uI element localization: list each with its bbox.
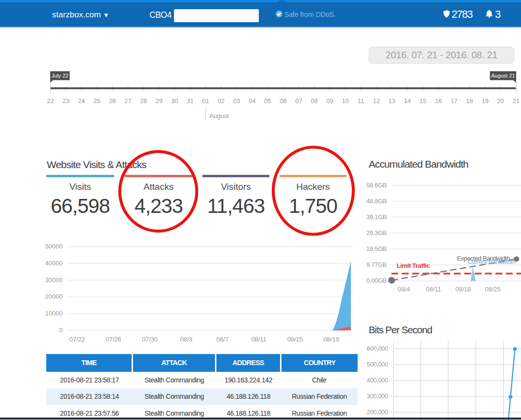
svg-text:24: 24 xyxy=(78,97,85,105)
svg-text:Expected Bandwidth: Expected Bandwidth xyxy=(457,255,510,262)
svg-text:August 21: August 21 xyxy=(491,73,515,79)
svg-text:01: 01 xyxy=(202,97,209,105)
svg-text:16: 16 xyxy=(435,97,442,105)
svg-text:31: 31 xyxy=(187,97,193,105)
svg-text:11: 11 xyxy=(358,97,364,105)
svg-text:27: 27 xyxy=(124,97,131,105)
svg-text:30: 30 xyxy=(171,97,178,105)
svg-text:07/26: 07/26 xyxy=(106,336,121,343)
svg-text:30000: 30000 xyxy=(45,276,63,284)
svg-text:400,000: 400,000 xyxy=(367,377,388,384)
svg-text:07: 07 xyxy=(295,97,302,105)
svg-text:06: 06 xyxy=(280,97,286,105)
svg-text:13: 13 xyxy=(388,97,395,105)
svg-text:August: August xyxy=(210,112,229,119)
svg-text:10000: 10000 xyxy=(45,310,63,317)
svg-text:29: 29 xyxy=(156,97,162,105)
svg-text:19.5GB: 19.5GB xyxy=(366,245,387,252)
svg-text:300,000: 300,000 xyxy=(367,393,388,400)
svg-text:08/7: 08/7 xyxy=(216,336,228,343)
svg-text:05: 05 xyxy=(264,97,271,105)
svg-text:15: 15 xyxy=(419,97,426,105)
svg-text:14: 14 xyxy=(404,97,411,105)
svg-text:12: 12 xyxy=(373,97,380,105)
svg-text:23: 23 xyxy=(62,97,69,105)
svg-text:Limit Traffic: Limit Traffic xyxy=(397,262,430,269)
svg-text:04: 04 xyxy=(249,97,255,105)
svg-text:0: 0 xyxy=(59,327,63,334)
svg-text:40000: 40000 xyxy=(45,260,63,267)
svg-text:26: 26 xyxy=(109,97,116,105)
svg-text:July 22: July 22 xyxy=(52,73,68,79)
svg-text:03: 03 xyxy=(233,97,240,105)
svg-text:08/25: 08/25 xyxy=(485,286,501,293)
svg-text:500,000: 500,000 xyxy=(367,361,388,368)
svg-text:08/19: 08/19 xyxy=(323,336,339,343)
svg-text:07/30: 07/30 xyxy=(142,336,158,343)
svg-text:08/3: 08/3 xyxy=(180,336,192,343)
svg-text:50000: 50000 xyxy=(45,243,63,250)
svg-text:09: 09 xyxy=(326,97,333,105)
svg-text:10: 10 xyxy=(342,97,348,105)
svg-text:28: 28 xyxy=(140,97,147,105)
svg-text:58.6GB: 58.6GB xyxy=(366,182,387,189)
svg-text:0.00GB: 0.00GB xyxy=(366,277,387,284)
svg-text:200,000: 200,000 xyxy=(367,408,388,416)
svg-text:08/15: 08/15 xyxy=(287,336,303,343)
svg-text:20000: 20000 xyxy=(45,293,63,300)
svg-text:39.1GB: 39.1GB xyxy=(366,213,387,221)
svg-text:08/4: 08/4 xyxy=(398,286,410,293)
svg-text:08: 08 xyxy=(311,97,318,105)
svg-text:29.3GB: 29.3GB xyxy=(366,229,387,236)
svg-text:08/11: 08/11 xyxy=(426,286,441,293)
svg-text:07/22: 07/22 xyxy=(69,336,85,343)
svg-text:600,000: 600,000 xyxy=(367,345,388,352)
svg-text:17: 17 xyxy=(451,97,457,105)
svg-text:19: 19 xyxy=(481,97,488,105)
svg-text:21: 21 xyxy=(513,97,520,105)
svg-text:25: 25 xyxy=(94,97,100,105)
svg-text:9.77GB: 9.77GB xyxy=(366,261,387,268)
svg-text:22: 22 xyxy=(47,97,53,105)
svg-text:08/11: 08/11 xyxy=(251,336,266,343)
svg-text:08/18: 08/18 xyxy=(455,286,471,293)
svg-text:48.8GB: 48.8GB xyxy=(366,197,387,205)
svg-text:18: 18 xyxy=(466,97,473,105)
svg-text:20: 20 xyxy=(497,97,504,105)
svg-text:02: 02 xyxy=(218,97,225,105)
